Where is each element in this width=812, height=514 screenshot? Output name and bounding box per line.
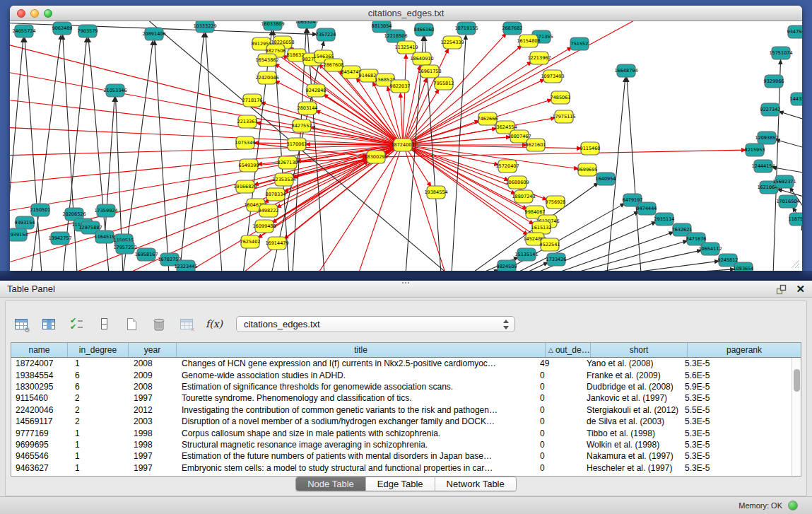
column-header-in-degree[interactable]: in_degree: [68, 343, 129, 357]
graph-node[interactable]: 10973493: [541, 70, 564, 83]
scrollbar-thumb[interactable]: [794, 369, 800, 392]
graph-node[interactable]: 1083654: [734, 262, 754, 271]
graph-node[interactable]: 4522541: [540, 238, 560, 251]
column-header-pagerank[interactable]: pagerank: [688, 343, 801, 357]
close-panel-icon[interactable]: ✕: [796, 283, 805, 296]
graph-node[interactable]: 7462666: [478, 112, 498, 125]
graph-node[interactable]: 12323445: [174, 260, 197, 271]
graph-node[interactable]: 16961758: [418, 65, 441, 78]
row-selection-icon[interactable]: ✔✔: [66, 314, 86, 334]
table-row[interactable]: 946362711997Embryonic stem cells: a mode…: [11, 462, 792, 474]
graph-node[interactable]: 21053346: [103, 84, 126, 97]
graph-node[interactable]: 15720407: [495, 160, 519, 173]
graph-node[interactable]: 17016504: [776, 195, 799, 208]
graph-node[interactable]: 2687682: [502, 22, 523, 35]
graph-node[interactable]: 751552: [570, 37, 589, 50]
graph-node[interactable]: 16033809: [261, 21, 284, 30]
splitter-handle[interactable]: [401, 281, 410, 285]
graph-node[interactable]: 9699695: [577, 163, 598, 176]
graph-node[interactable]: 9227342: [760, 103, 781, 116]
graph-node[interactable]: 10688609: [505, 176, 529, 189]
graph-node[interactable]: 9347561: [787, 25, 802, 38]
graph-node[interactable]: 10654112: [698, 243, 722, 255]
graph-node[interactable]: 16914479: [265, 237, 288, 250]
graph-node[interactable]: 15692371: [772, 175, 796, 188]
graph-node[interactable]: 24055724: [12, 25, 35, 37]
graph-node[interactable]: 8466160: [414, 23, 435, 36]
graph-node[interactable]: 16648794: [614, 64, 637, 77]
graph-node[interactable]: 19384554: [424, 186, 447, 199]
table-scrollbar[interactable]: [792, 358, 801, 476]
column-header-name[interactable]: name: [11, 343, 68, 357]
graph-node[interactable]: 19166829: [233, 180, 257, 193]
graph-node[interactable]: 1443502: [790, 93, 802, 105]
graph-node[interactable]: 1640954: [596, 173, 616, 185]
memory-ok-indicator[interactable]: [788, 501, 798, 510]
graph-node[interactable]: 12254339: [440, 36, 464, 49]
column-header-title[interactable]: title: [177, 343, 546, 357]
graph-node[interactable]: 17359924: [94, 204, 117, 217]
network-view-window[interactable]: citations_edges.txt 24055724906248979035…: [10, 6, 802, 271]
canvas-resize-grip[interactable]: [789, 257, 800, 269]
graph-node[interactable]: 10719155: [454, 22, 478, 35]
graph-node[interactable]: 2150501: [30, 204, 51, 216]
table-row[interactable]: 1456911722003Disruption of a novel membe…: [11, 416, 792, 427]
graph-node[interactable]: 16958167: [134, 248, 158, 261]
graph-node[interactable]: 9115460: [580, 142, 601, 155]
function-builder-icon[interactable]: f(x): [204, 314, 224, 334]
graph-node[interactable]: 2803144: [298, 102, 318, 115]
graph-node[interactable]: 9329966: [764, 75, 784, 88]
graph-node[interactable]: 7625402: [240, 235, 261, 248]
table-select-dropdown[interactable]: citations_edges.txt: [236, 316, 515, 332]
graph-node[interactable]: 7357224: [316, 28, 336, 41]
graph-node[interactable]: 7485063: [551, 91, 571, 104]
graph-node[interactable]: 2213363: [237, 115, 258, 128]
graph-node[interactable]: 11325419: [394, 41, 418, 54]
graph-node[interactable]: 7955812: [434, 77, 454, 90]
graph-node[interactable]: 2718176: [242, 94, 263, 107]
graph-node[interactable]: 3170061: [287, 138, 307, 151]
tab-network-table[interactable]: Network Table: [435, 477, 516, 491]
graph-node[interactable]: 1939154: [10, 228, 28, 241]
graph-node[interactable]: 9498222: [259, 204, 279, 217]
graph-node[interactable]: 18640910: [410, 52, 433, 65]
graph-node[interactable]: 6549399: [239, 159, 259, 172]
graph-node[interactable]: 12093852: [755, 132, 778, 144]
graph-node[interactable]: 17975115: [552, 110, 575, 123]
graph-node[interactable]: 7903579: [78, 25, 98, 37]
graph-node[interactable]: 10333229: [193, 21, 216, 33]
graph-node[interactable]: 1075349: [235, 136, 256, 149]
column-header-out-degree[interactable]: △ out_de…: [546, 343, 591, 357]
merge-cells-icon[interactable]: [94, 314, 114, 334]
graph-node[interactable]: 16154808: [517, 35, 540, 47]
graph-node[interactable]: 15135141: [514, 248, 538, 261]
graph-node[interactable]: 1164519: [95, 230, 115, 243]
graph-node[interactable]: 1187533: [789, 213, 802, 226]
graph-node[interactable]: 2935114: [654, 213, 675, 226]
graph-node[interactable]: 8215953: [745, 144, 765, 156]
graph-node[interactable]: 9062489: [52, 22, 73, 35]
graph-node[interactable]: 8267130: [278, 156, 298, 169]
graph-node[interactable]: 22420046: [255, 71, 278, 84]
graph-node[interactable]: 9242848: [306, 84, 326, 97]
graph-node[interactable]: 9393154: [15, 216, 35, 229]
delete-column-icon[interactable]: [149, 314, 169, 334]
graph-node[interactable]: 12444154: [751, 160, 775, 173]
graph-node[interactable]: 9822037: [390, 80, 411, 93]
graph-node[interactable]: 8878334: [266, 188, 286, 201]
table-row[interactable]: 946554611997Estimation of the future num…: [11, 450, 792, 462]
graph-node[interactable]: 20891406: [142, 28, 165, 40]
graph-node[interactable]: 16099488: [252, 220, 276, 233]
graph-node[interactable]: 9621601: [526, 139, 546, 151]
graph-node[interactable]: 9756928: [546, 196, 566, 209]
table-row[interactable]: 1938455462009Genome-wide association stu…: [11, 369, 792, 380]
graph-node[interactable]: 9824509: [497, 260, 517, 271]
graph-node[interactable]: 13942757: [48, 232, 71, 245]
graph-node[interactable]: 1733426: [546, 253, 567, 266]
graph-node[interactable]: 12213967: [527, 52, 551, 64]
graph-node[interactable]: 8427552: [292, 119, 312, 132]
column-header-year[interactable]: year: [129, 343, 177, 357]
table-row[interactable]: 977716911998Corpus callosum shape and si…: [11, 427, 792, 438]
graph-node[interactable]: 17957253: [113, 241, 136, 254]
tab-node-table[interactable]: Node Table: [296, 477, 366, 491]
